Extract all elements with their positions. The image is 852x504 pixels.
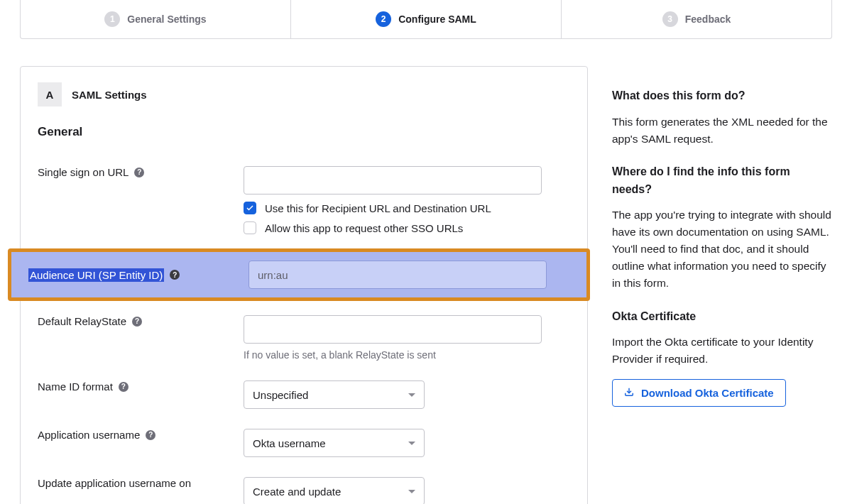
help-text-what: This form generates the XML needed for t… xyxy=(612,114,832,148)
row-sso-url: Single sign on URL ? Use this for Recipi… xyxy=(38,156,570,244)
audience-uri-label: Audience URI (SP Entity ID) xyxy=(28,268,164,282)
application-username-value: Okta username xyxy=(253,437,326,449)
chevron-down-icon xyxy=(408,393,415,397)
help-sidebar: What does this form do? This form genera… xyxy=(612,66,832,407)
update-username-on-value: Create and update xyxy=(253,486,341,498)
step-feedback[interactable]: 3 Feedback xyxy=(562,0,831,38)
sso-url-input[interactable] xyxy=(244,166,542,195)
help-heading-cert: Okta Certificate xyxy=(612,308,832,326)
update-username-on-label: Update application username on xyxy=(38,477,191,489)
step-number: 1 xyxy=(104,11,120,27)
default-relaystate-input[interactable] xyxy=(244,315,542,344)
general-heading: General xyxy=(38,125,570,139)
download-okta-cert-button[interactable]: Download Okta Certificate xyxy=(612,379,786,407)
saml-settings-panel: A SAML Settings General Single sign on U… xyxy=(20,66,588,504)
audience-uri-input[interactable] xyxy=(248,261,547,289)
checkbox-use-for-recipient-label: Use this for Recipient URL and Destinati… xyxy=(265,202,491,214)
sso-url-label: Single sign on URL xyxy=(38,166,129,178)
help-icon[interactable]: ? xyxy=(146,430,155,440)
nameid-format-label: Name ID format xyxy=(38,380,113,393)
chevron-down-icon xyxy=(408,442,415,445)
section-letter: A xyxy=(38,82,62,106)
row-application-username: Application username ? Okta username xyxy=(38,419,570,467)
checkbox-allow-other-sso[interactable] xyxy=(244,221,256,234)
section-title: SAML Settings xyxy=(72,89,147,101)
help-heading-what: What does this form do? xyxy=(612,87,832,105)
download-icon xyxy=(624,387,634,399)
step-label: Feedback xyxy=(685,13,731,25)
application-username-select[interactable]: Okta username xyxy=(244,429,425,457)
row-audience-uri-highlight: Audience URI (SP Entity ID) ? xyxy=(8,248,590,301)
help-icon[interactable]: ? xyxy=(132,317,142,327)
step-configure-saml[interactable]: 2 Configure SAML xyxy=(291,0,562,38)
help-icon[interactable]: ? xyxy=(134,168,144,177)
step-number: 2 xyxy=(376,11,391,27)
step-general-settings[interactable]: 1 General Settings xyxy=(21,0,291,38)
update-username-on-select[interactable]: Create and update xyxy=(244,477,425,504)
row-default-relaystate: Default RelayState ? If no value is set,… xyxy=(38,305,570,371)
application-username-label: Application username xyxy=(38,429,140,441)
step-label: General Settings xyxy=(127,13,206,25)
nameid-format-select[interactable]: Unspecified xyxy=(244,380,425,409)
nameid-format-value: Unspecified xyxy=(253,389,308,401)
chevron-down-icon xyxy=(408,490,415,493)
download-okta-cert-label: Download Okta Certificate xyxy=(641,387,774,399)
help-heading-where: Where do I find the info this form needs… xyxy=(612,163,832,199)
row-nameid-format: Name ID format ? Unspecified xyxy=(38,371,570,419)
help-icon[interactable]: ? xyxy=(119,382,129,392)
step-number: 3 xyxy=(662,11,678,27)
checkbox-allow-other-sso-label: Allow this app to request other SSO URLs xyxy=(265,222,463,234)
row-update-username-on: Update application username on Create an… xyxy=(38,467,570,504)
checkbox-use-for-recipient[interactable] xyxy=(244,202,256,214)
default-relaystate-hint: If no value is set, a blank RelayState i… xyxy=(244,349,570,361)
wizard-stepper: 1 General Settings 2 Configure SAML 3 Fe… xyxy=(20,0,832,39)
help-text-where: The app you're trying to integrate with … xyxy=(612,207,832,292)
default-relaystate-label: Default RelayState xyxy=(38,315,126,327)
help-text-cert: Import the Okta certificate to your Iden… xyxy=(612,334,832,368)
step-label: Configure SAML xyxy=(398,13,476,25)
help-icon[interactable]: ? xyxy=(170,270,180,280)
